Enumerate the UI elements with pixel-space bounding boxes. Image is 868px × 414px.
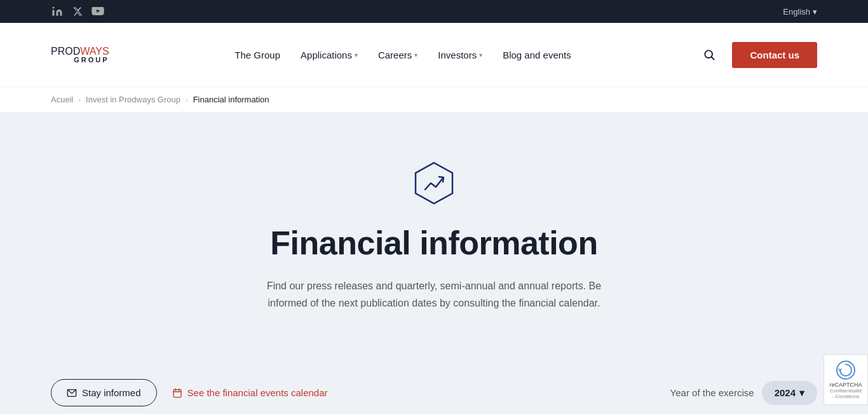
chevron-down-icon: ▾ [479, 52, 482, 59]
main-content: Financial information Find our press rel… [0, 112, 868, 379]
breadcrumb-current: Financial information [193, 95, 269, 104]
logo-ways: WAYS [80, 46, 109, 57]
top-bar: English ▾ [0, 0, 868, 23]
year-value: 2024 [775, 387, 796, 398]
calendar-link-label: See the financial events calendar [187, 387, 328, 398]
page-title: Financial information [270, 224, 597, 262]
nav-the-group[interactable]: The Group [234, 50, 280, 60]
header-actions: Contact us [696, 42, 817, 68]
calendar-link[interactable]: See the financial events calendar [172, 387, 328, 398]
youtube-icon[interactable] [92, 5, 104, 18]
search-button[interactable] [696, 42, 722, 67]
stay-informed-label: Stay informed [82, 387, 141, 398]
language-label: English [783, 7, 810, 17]
chevron-down-icon: ▾ [355, 52, 358, 59]
nav-blog-events[interactable]: Blog and events [503, 50, 571, 60]
year-select-button[interactable]: 2024 ▾ [762, 381, 817, 405]
header: PRODWAYS GROUP The Group Applications ▾ … [0, 23, 868, 86]
breadcrumb-sep-2: › [186, 96, 188, 104]
chevron-down-icon: ▾ [414, 52, 417, 59]
svg-rect-0 [53, 10, 55, 16]
nav-careers[interactable]: Careers ▾ [378, 50, 417, 60]
nav-applications[interactable]: Applications ▾ [301, 50, 358, 60]
recaptcha-sub: Confidentialité - Conditions [830, 388, 862, 399]
recaptcha-badge: reCAPTCHA Confidentialité - Conditions [824, 354, 868, 405]
logo[interactable]: PRODWAYS GROUP [51, 46, 109, 64]
year-chevron-icon: ▾ [799, 387, 804, 399]
language-selector[interactable]: English ▾ [783, 7, 817, 17]
bottom-left-actions: Stay informed See the financial events c… [51, 379, 328, 406]
nav-investors[interactable]: Investors ▾ [438, 50, 482, 60]
svg-rect-6 [173, 389, 181, 397]
svg-marker-4 [416, 163, 452, 204]
breadcrumb-home[interactable]: Acueil [51, 95, 73, 104]
mail-icon [67, 388, 77, 398]
breadcrumb-invest[interactable]: Invest in Prodways Group [86, 95, 180, 104]
recaptcha-label: reCAPTCHA [830, 382, 862, 388]
bottom-bar: Stay informed See the financial events c… [0, 379, 868, 414]
social-links [51, 5, 104, 18]
contact-button[interactable]: Contact us [732, 42, 817, 68]
twitter-x-icon[interactable] [71, 5, 84, 18]
svg-line-3 [712, 57, 714, 60]
calendar-icon [172, 388, 182, 398]
breadcrumb: Acueil › Invest in Prodways Group › Fina… [0, 86, 868, 112]
year-label: Year of the exercise [670, 387, 754, 398]
logo-prod: PROD [51, 46, 80, 57]
hero-icon-container [411, 160, 457, 209]
chart-trending-up-icon [411, 160, 457, 206]
breadcrumb-sep-1: › [78, 96, 81, 104]
recaptcha-icon [836, 360, 856, 380]
main-nav: The Group Applications ▾ Careers ▾ Inves… [234, 50, 571, 60]
hero-description: Find our press releases and quarterly, s… [250, 277, 618, 312]
lang-chevron-icon: ▾ [813, 7, 817, 17]
bottom-right-controls: Year of the exercise 2024 ▾ [670, 381, 817, 405]
linkedin-icon[interactable] [51, 5, 64, 18]
svg-point-1 [53, 7, 55, 9]
stay-informed-button[interactable]: Stay informed [51, 379, 157, 406]
